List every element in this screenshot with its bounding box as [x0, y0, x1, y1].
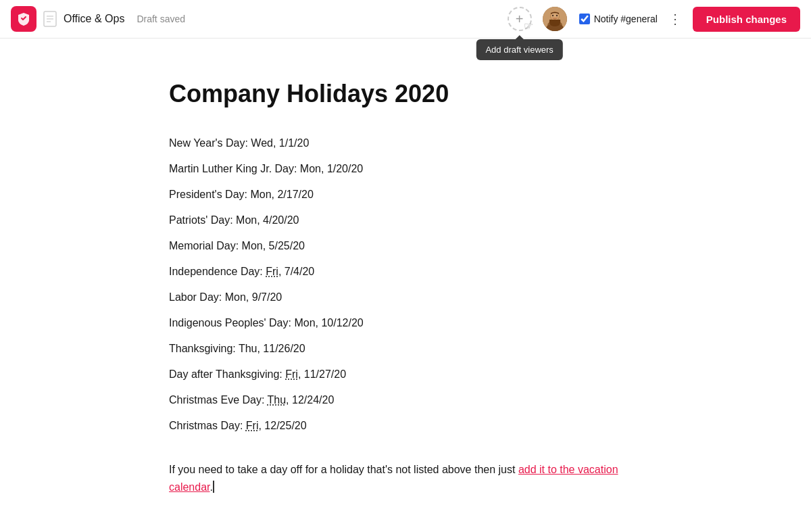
holiday-list: New Year's Day: Wed, 1/1/20 Martin Luthe… [169, 135, 642, 434]
avatar[interactable] [543, 7, 567, 31]
cursor-icon: ☞ [524, 20, 533, 32]
app-logo [11, 6, 36, 32]
document-content: Company Holidays 2020 New Year's Day: We… [115, 39, 696, 532]
avatar-image [543, 7, 567, 31]
workspace-name: Office & Ops [64, 13, 124, 25]
notify-label: Notify #general [594, 14, 658, 24]
more-icon: ⋮ [668, 11, 682, 27]
day-abbr: Fri [285, 368, 298, 380]
plus-icon: + [516, 11, 524, 27]
topbar: Office & Ops Draft saved + ☞ Add draft v… [0, 0, 811, 39]
notify-checkbox[interactable] [579, 14, 590, 24]
list-item: Patriots' Day: Mon, 4/20/20 [169, 212, 642, 228]
list-item: Day after Thanksgiving: Fri, 11/27/20 [169, 366, 642, 383]
list-item: Christmas Eve Day: Thu, 12/24/20 [169, 392, 642, 408]
add-viewer-tooltip: Add draft viewers [476, 39, 562, 60]
list-item: Thanksgiving: Thu, 11/26/20 [169, 341, 642, 357]
publish-button[interactable]: Publish changes [693, 7, 800, 32]
more-options-button[interactable]: ⋮ [664, 8, 686, 30]
list-item: Labor Day: Mon, 9/7/20 [169, 289, 642, 306]
document-icon [43, 11, 57, 27]
document-title: Company Holidays 2020 [169, 79, 642, 108]
day-abbr: Fri [246, 420, 259, 431]
svg-point-9 [551, 15, 553, 16]
draft-status: Draft saved [137, 14, 185, 24]
add-viewer-button[interactable]: + ☞ [508, 7, 532, 31]
list-item: New Year's Day: Wed, 1/1/20 [169, 135, 642, 151]
add-viewer-wrapper: + ☞ Add draft viewers [508, 7, 532, 31]
list-item: President's Day: Mon, 2/17/20 [169, 187, 642, 203]
day-abbr: Thu [268, 394, 287, 406]
text-cursor [213, 481, 214, 493]
list-item: Christmas Day: Fri, 12/25/20 [169, 418, 642, 434]
list-item: Independence Day: Fri, 7/4/20 [169, 264, 642, 280]
notify-group: Notify #general [579, 14, 658, 24]
list-item: Martin Luther King Jr. Day: Mon, 1/20/20 [169, 161, 642, 177]
day-abbr: Fri [266, 266, 278, 277]
list-item: Memorial Day: Mon, 5/25/20 [169, 238, 642, 254]
footer-text-before-link: If you need to take a day off for a holi… [169, 464, 518, 475]
list-item: Indigenous Peoples' Day: Mon, 10/12/20 [169, 315, 642, 331]
svg-point-10 [556, 15, 557, 16]
footer-text: If you need to take a day off for a holi… [169, 461, 642, 495]
